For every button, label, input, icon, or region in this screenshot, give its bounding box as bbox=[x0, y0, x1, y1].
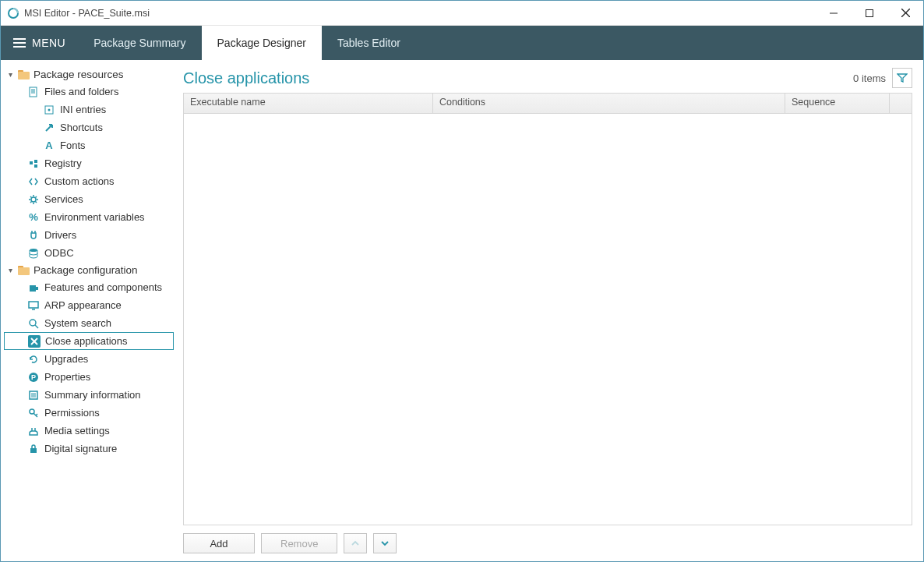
button-label: Add bbox=[210, 538, 227, 550]
item-label: Summary information bbox=[44, 389, 141, 401]
close-button[interactable] bbox=[887, 1, 923, 25]
tab-label: Package Summary bbox=[93, 37, 185, 49]
app-logo-icon bbox=[7, 7, 19, 19]
filter-button[interactable] bbox=[892, 68, 912, 88]
tree-item-custom-actions[interactable]: Custom actions bbox=[4, 172, 174, 190]
tree-item-shortcuts[interactable]: Shortcuts bbox=[4, 118, 174, 136]
filter-icon bbox=[897, 72, 908, 83]
group-label: Package configuration bbox=[34, 264, 138, 276]
tree-item-digital-signature[interactable]: Digital signature bbox=[4, 440, 174, 458]
col-conditions[interactable]: Conditions bbox=[433, 94, 785, 113]
tab-tables-editor[interactable]: Tables Editor bbox=[322, 26, 416, 60]
item-label: Environment variables bbox=[44, 211, 145, 223]
registry-icon bbox=[27, 157, 40, 170]
move-up-button[interactable] bbox=[344, 533, 367, 553]
tab-package-designer[interactable]: Package Designer bbox=[202, 26, 322, 60]
action-row: Add Remove bbox=[183, 533, 912, 553]
tab-label: Package Designer bbox=[217, 37, 306, 49]
close-app-icon bbox=[28, 335, 41, 348]
item-label: Media settings bbox=[44, 425, 110, 437]
tree-item-close-applications[interactable]: Close applications bbox=[4, 332, 174, 350]
tree-group-package-resources[interactable]: ▾ Package resources bbox=[4, 66, 174, 83]
item-label: Features and components bbox=[44, 281, 162, 293]
search-icon bbox=[27, 317, 40, 330]
svg-point-10 bbox=[48, 108, 51, 111]
tree-item-drivers[interactable]: Drivers bbox=[4, 226, 174, 244]
item-label: ODBC bbox=[44, 247, 74, 259]
col-label: Sequence bbox=[792, 97, 835, 108]
ini-icon bbox=[43, 104, 55, 116]
tree-item-media-settings[interactable]: Media settings bbox=[4, 422, 174, 440]
svg-rect-16 bbox=[30, 285, 36, 292]
tree-item-arp-appearance[interactable]: ARP appearance bbox=[4, 296, 174, 314]
tree-item-fonts[interactable]: A Fonts bbox=[4, 136, 174, 154]
database-icon bbox=[27, 247, 40, 260]
item-label: Registry bbox=[44, 157, 82, 169]
svg-rect-13 bbox=[34, 164, 37, 168]
item-label: System search bbox=[44, 317, 111, 329]
refresh-icon bbox=[27, 353, 40, 366]
menu-button[interactable]: MENU bbox=[1, 26, 78, 60]
window-controls bbox=[816, 1, 923, 25]
button-label: Remove bbox=[280, 538, 318, 550]
tab-package-summary[interactable]: Package Summary bbox=[78, 26, 201, 60]
tree-item-registry[interactable]: Registry bbox=[4, 154, 174, 172]
tree-item-upgrades[interactable]: Upgrades bbox=[4, 350, 174, 368]
gear-icon bbox=[27, 193, 40, 206]
group-label: Package resources bbox=[34, 69, 124, 80]
code-icon bbox=[27, 175, 40, 188]
tree-item-properties[interactable]: P Properties bbox=[4, 368, 174, 386]
tab-label: Tables Editor bbox=[337, 37, 400, 49]
tree-item-features-and-components[interactable]: Features and components bbox=[4, 278, 174, 296]
tree-item-environment-variables[interactable]: % Environment variables bbox=[4, 208, 174, 226]
grid-body[interactable] bbox=[184, 114, 912, 525]
maximize-button[interactable] bbox=[852, 1, 887, 25]
move-down-button[interactable] bbox=[373, 533, 397, 553]
col-label: Conditions bbox=[439, 97, 485, 108]
menu-label: MENU bbox=[32, 37, 65, 49]
grid-header: Executable name Conditions Sequence bbox=[184, 94, 912, 114]
key-icon bbox=[27, 407, 40, 419]
page-title: Close applications bbox=[183, 69, 853, 87]
remove-button[interactable]: Remove bbox=[261, 533, 337, 553]
svg-rect-35 bbox=[30, 448, 37, 453]
svg-rect-11 bbox=[30, 161, 33, 164]
add-button[interactable]: Add bbox=[183, 533, 255, 553]
tree-group-package-configuration[interactable]: ▾ Package configuration bbox=[4, 262, 174, 278]
col-executable-name[interactable]: Executable name bbox=[184, 94, 433, 113]
chevron-up-icon bbox=[351, 539, 360, 548]
info-icon bbox=[27, 389, 40, 401]
window-title: MSI Editor - PACE_Suite.msi bbox=[24, 8, 816, 19]
svg-point-15 bbox=[30, 249, 37, 252]
p-icon: P bbox=[27, 371, 40, 384]
col-sequence[interactable]: Sequence bbox=[785, 94, 890, 113]
item-label: Custom actions bbox=[44, 175, 115, 187]
puzzle-icon bbox=[27, 281, 40, 294]
lock-icon bbox=[27, 443, 40, 455]
svg-rect-2 bbox=[866, 9, 873, 16]
document-icon bbox=[27, 86, 40, 98]
minimize-button[interactable] bbox=[816, 1, 852, 25]
tree-item-summary-information[interactable]: Summary information bbox=[4, 386, 174, 404]
content-header: Close applications 0 items bbox=[183, 68, 912, 88]
svg-rect-18 bbox=[29, 302, 38, 308]
item-label: Services bbox=[44, 193, 83, 205]
item-label: Close applications bbox=[45, 335, 128, 347]
tree-item-files-and-folders[interactable]: Files and folders bbox=[4, 83, 174, 101]
tree-item-system-search[interactable]: System search bbox=[4, 314, 174, 332]
item-label: ARP appearance bbox=[44, 299, 122, 311]
svg-point-14 bbox=[31, 197, 36, 202]
item-label: Drivers bbox=[44, 229, 76, 241]
content-area: Close applications 0 items Executable na… bbox=[177, 60, 923, 561]
item-label: Properties bbox=[44, 371, 90, 383]
tree-item-services[interactable]: Services bbox=[4, 190, 174, 208]
svg-rect-5 bbox=[30, 87, 37, 97]
tree-item-odbc[interactable]: ODBC bbox=[4, 244, 174, 262]
hamburger-icon bbox=[13, 38, 26, 48]
col-label: Executable name bbox=[190, 97, 266, 108]
svg-text:P: P bbox=[31, 373, 36, 381]
tree-item-ini-entries[interactable]: INI entries bbox=[4, 101, 174, 118]
tree-item-permissions[interactable]: Permissions bbox=[4, 404, 174, 422]
sidebar-tree: ▾ Package resources Files and folders IN… bbox=[1, 60, 177, 561]
item-label: Fonts bbox=[60, 140, 86, 151]
